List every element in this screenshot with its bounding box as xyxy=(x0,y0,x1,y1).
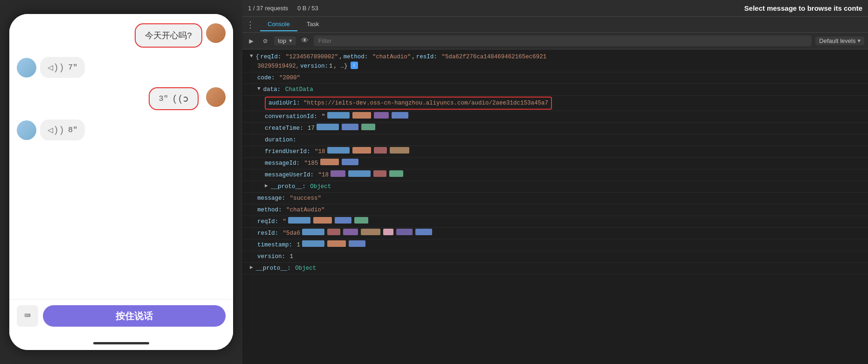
keyboard-button[interactable]: ⌨ xyxy=(17,305,38,327)
log-entry-timestamp: timestamp: 1 xyxy=(242,239,868,251)
resid-blur-3 xyxy=(343,229,358,235)
method-key: method: xyxy=(344,52,368,62)
home-indicator xyxy=(9,336,233,350)
reqid-blur-1 xyxy=(288,217,310,224)
log-entry-message: message: "success" xyxy=(242,193,868,204)
console-content: {reqId: "1234567890002", method: "chatAu… xyxy=(242,49,868,364)
frienduserid-blur-3 xyxy=(374,147,387,154)
incoming-audio-2-wrapper: ◁)) 8" 发送语音 - 能发出去但是音频数据异常无法识别语音内容 xyxy=(17,119,226,140)
eye-button[interactable]: 👁 xyxy=(300,36,310,46)
data-class-val: ChatData xyxy=(285,85,313,94)
proto-key-2: __proto__: xyxy=(271,182,310,191)
stop-icon: ⊘ xyxy=(263,36,268,46)
log-line-code: code: "2000" xyxy=(257,73,861,83)
data-key: data: xyxy=(263,85,284,94)
log-line-resid: resId: "5da6 xyxy=(257,229,861,238)
resid-blur-4 xyxy=(361,229,380,235)
log-line-frienduserid: friendUserId: "18 xyxy=(265,147,861,156)
log-entry-convid: conversationId: " xyxy=(242,111,868,123)
createtime-blur-3 xyxy=(361,124,375,130)
proto-key-0: __proto__: xyxy=(256,264,295,273)
resid-key: resId: xyxy=(257,229,282,238)
stop-button[interactable]: ⊘ xyxy=(260,36,270,46)
proto-val-0: Object xyxy=(295,264,316,273)
log-line-method: method: "chatAudio" xyxy=(257,205,861,215)
log-line-createtime: createTime: 17 xyxy=(265,124,861,133)
res-id-continuation: 30295919492, xyxy=(257,62,299,71)
resid-blur-7 xyxy=(415,229,432,235)
outgoing-audio-bubble[interactable]: 3" ((ↄ xyxy=(149,87,199,110)
audiourl-val: "https://ielts-dev.oss-cn-hangzhou. xyxy=(303,98,426,108)
log-entry-proto-2: __proto__: Object xyxy=(242,181,868,193)
frienduserid-blur-2 xyxy=(352,147,371,154)
levels-label: Default levels xyxy=(819,37,855,44)
outgoing-text-content: 今天开心吗? xyxy=(145,31,192,41)
tab-more-icon[interactable]: ⋮ xyxy=(246,20,255,30)
levels-button[interactable]: Default levels ▼ xyxy=(815,36,864,45)
messageuserid-blur-3 xyxy=(373,170,386,177)
log-entry-proto-0: __proto__: Object xyxy=(242,263,868,274)
log-entry-messageuserid: messageUserId: "18 xyxy=(242,169,868,181)
log-entry-data: data: ChatData xyxy=(242,84,868,96)
proto-expand-2[interactable] xyxy=(265,182,268,190)
convid-blur-3 xyxy=(374,112,389,119)
phone-inner: 今天开心吗? 发送文本 - 正常 ◁)) 7" xyxy=(9,14,233,350)
reqid-blur-4 xyxy=(354,217,368,224)
data-expand-arrow[interactable] xyxy=(257,85,261,93)
messageid-blur-2 xyxy=(342,159,358,165)
speaker-icon-2: ◁)) xyxy=(48,124,64,136)
incoming-avatar-1 xyxy=(17,58,36,77)
messageuserid-blur-1 xyxy=(331,170,345,177)
hold-to-speak-button[interactable]: 按住说话 xyxy=(43,305,226,327)
method-prop-val: "chatAudio" xyxy=(286,205,325,215)
log-entry-code: code: "2000" xyxy=(242,72,868,84)
convid-blur-1 xyxy=(327,112,350,119)
tab-console[interactable]: Console xyxy=(260,18,297,31)
log-line-continuation: 30295919492, version: 1, …} i xyxy=(250,62,861,71)
outgoing-audio-message: 3" ((ↄ xyxy=(17,87,226,110)
audio-bubble-2[interactable]: ◁)) 8" xyxy=(40,119,85,140)
log-line-header: {reqId: "1234567890002", method: "chatAu… xyxy=(250,52,861,62)
reqid-key: reqId: xyxy=(257,217,282,226)
console-toolbar: ▶ ⊘ top ▼ 👁 Default levels ▼ xyxy=(242,33,868,49)
timestamp-blur-1 xyxy=(302,240,324,247)
log-line-audiourl: audioUrl: "https://ielts-dev.oss-cn-hang… xyxy=(265,97,861,110)
log-entry-header: {reqId: "1234567890002", method: "chatAu… xyxy=(242,51,868,72)
incoming-avatar-2 xyxy=(17,120,36,140)
log-line-version: version: 1 xyxy=(257,252,861,261)
audiourl-key: audioUrl: xyxy=(269,98,303,108)
context-arrow-icon: ▼ xyxy=(289,38,292,44)
frienduserid-blur-4 xyxy=(390,147,409,154)
tab-task[interactable]: Task xyxy=(299,18,327,31)
method-val: "chatAudio" xyxy=(369,52,411,62)
res-id-val: "5da62f276ca148469462165ec6921 xyxy=(438,52,547,62)
play-icon: ▶ xyxy=(249,36,254,46)
left-panel: 今天开心吗? 发送文本 - 正常 ◁)) 7" xyxy=(0,0,242,364)
chat-area: 今天开心吗? 发送文本 - 正常 ◁)) 7" xyxy=(9,14,233,299)
audio-bubble-1[interactable]: ◁)) 7" xyxy=(40,57,85,78)
duration-out: 3" xyxy=(159,94,168,103)
log-entry-messageid: messageId: "185 xyxy=(242,158,868,169)
req-id-key: reqId: xyxy=(260,52,281,62)
version-val: 1 xyxy=(329,62,333,71)
filter-input[interactable] xyxy=(314,35,812,46)
timestamp-blur-3 xyxy=(349,240,365,247)
frienduserid-key: friendUserId: xyxy=(265,147,314,156)
log-line-timestamp: timestamp: 1 xyxy=(257,240,861,250)
outgoing-audio-avatar xyxy=(206,87,226,107)
context-label: top xyxy=(278,37,286,44)
keyboard-icon: ⌨ xyxy=(24,310,30,322)
res-id-key: resId: xyxy=(416,52,437,62)
play-button[interactable]: ▶ xyxy=(246,36,256,46)
code-key: code: xyxy=(257,73,278,83)
code-val: "2000" xyxy=(279,73,300,83)
speaker-icon: ◁)) xyxy=(48,62,64,73)
expand-arrow[interactable] xyxy=(250,52,253,61)
context-selector[interactable]: top ▼ xyxy=(274,36,296,45)
resid-blur-2 xyxy=(327,229,340,235)
messageuserid-blur-2 xyxy=(348,170,371,177)
info-badge: i xyxy=(351,62,358,69)
proto-expand-0[interactable] xyxy=(250,264,253,272)
log-entry-frienduserid: friendUserId: "18 xyxy=(242,146,868,158)
devtools-tabs: ⋮ Console Task xyxy=(242,17,868,33)
